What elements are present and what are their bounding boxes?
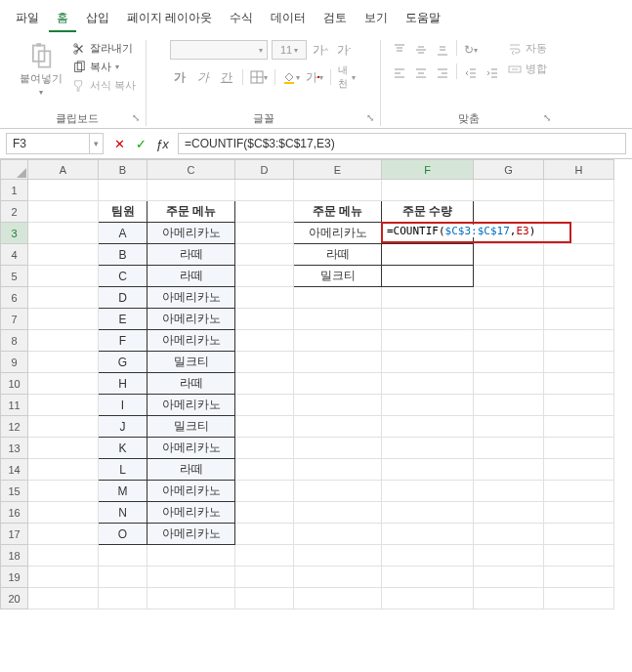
row-header-20[interactable]: 20: [1, 588, 28, 609]
row-header-18[interactable]: 18: [1, 545, 28, 567]
menu-view[interactable]: 보기: [357, 6, 396, 32]
cut-button[interactable]: 잘라내기: [70, 40, 138, 57]
col-header-C[interactable]: C: [147, 160, 235, 180]
underline-button[interactable]: 간: [217, 67, 236, 87]
row-header-17[interactable]: 17: [1, 524, 28, 545]
cell-C16[interactable]: 아메리카노: [147, 502, 235, 524]
bold-button[interactable]: 가: [170, 67, 190, 87]
cell-C8[interactable]: 아메리카노: [147, 330, 235, 352]
cell-C11[interactable]: 아메리카노: [147, 395, 235, 416]
cell-B10[interactable]: H: [99, 373, 147, 395]
row-header-16[interactable]: 16: [1, 502, 28, 524]
menu-home[interactable]: 홈: [49, 6, 76, 32]
align-left-button[interactable]: [390, 63, 409, 83]
col-header-G[interactable]: G: [474, 160, 544, 180]
row-header-3[interactable]: 3: [1, 223, 28, 244]
formula-enter-button[interactable]: ✓: [131, 134, 150, 153]
border-button[interactable]: ▾: [249, 67, 269, 87]
font-dialog-launcher[interactable]: ⤡: [366, 112, 378, 124]
row-header-11[interactable]: 11: [1, 395, 28, 416]
col-header-E[interactable]: E: [294, 160, 382, 180]
formula-cancel-button[interactable]: ✕: [109, 134, 129, 153]
cell-E3[interactable]: 아메리카노: [294, 223, 382, 244]
paste-button[interactable]: 붙여넣기 ▾: [16, 40, 66, 99]
row-header-4[interactable]: 4: [1, 244, 28, 266]
cell-F5[interactable]: [382, 266, 474, 287]
row-header-14[interactable]: 14: [1, 459, 28, 481]
row-header-5[interactable]: 5: [1, 266, 28, 287]
select-all-corner[interactable]: [1, 160, 28, 180]
name-box[interactable]: F3: [6, 133, 90, 154]
font-name-combo[interactable]: ▾: [170, 40, 268, 60]
cell-C12[interactable]: 밀크티: [147, 416, 235, 438]
merge-button[interactable]: 병합: [506, 61, 549, 77]
row-header-12[interactable]: 12: [1, 416, 28, 438]
cell-C17[interactable]: 아메리카노: [147, 524, 235, 545]
menu-page-layout[interactable]: 페이지 레이아웃: [119, 6, 220, 32]
align-dialog-launcher[interactable]: ⤡: [543, 112, 555, 124]
menu-review[interactable]: 검토: [316, 6, 355, 32]
cell-C3[interactable]: 아메리카노: [147, 223, 235, 244]
decrease-font-button[interactable]: 가ˇ: [334, 40, 354, 60]
cell-C9[interactable]: 밀크티: [147, 352, 235, 373]
cell-C4[interactable]: 라떼: [147, 244, 235, 266]
align-bottom-button[interactable]: [433, 40, 452, 60]
cell-B16[interactable]: N: [99, 502, 147, 524]
cell-B6[interactable]: D: [99, 287, 147, 309]
align-right-button[interactable]: [433, 63, 452, 83]
copy-button[interactable]: 복사 ▾: [70, 59, 138, 75]
cell-B8[interactable]: F: [99, 330, 147, 352]
row-header-1[interactable]: 1: [1, 180, 28, 201]
cell-F4[interactable]: [382, 244, 474, 266]
row-header-6[interactable]: 6: [1, 287, 28, 309]
row-header-9[interactable]: 9: [1, 352, 28, 373]
cell-B12[interactable]: J: [99, 416, 147, 438]
cell-B11[interactable]: I: [99, 395, 147, 416]
cell-C10[interactable]: 라떼: [147, 373, 235, 395]
cell-C15[interactable]: 아메리카노: [147, 481, 235, 502]
phonetic-button[interactable]: 내천▾: [337, 67, 357, 87]
menu-help[interactable]: 도움말: [398, 6, 448, 32]
col-header-D[interactable]: D: [235, 160, 294, 180]
cell-B7[interactable]: E: [99, 309, 147, 330]
row-header-13[interactable]: 13: [1, 438, 28, 459]
align-middle-button[interactable]: [411, 40, 431, 60]
cell-B15[interactable]: M: [99, 481, 147, 502]
row-header-10[interactable]: 10: [1, 373, 28, 395]
decrease-indent-button[interactable]: [461, 63, 481, 83]
row-header-2[interactable]: 2: [1, 201, 28, 223]
font-color-button[interactable]: 가▾: [305, 67, 324, 87]
clipboard-dialog-launcher[interactable]: ⤡: [132, 112, 144, 124]
align-center-button[interactable]: [411, 63, 431, 83]
cell-B17[interactable]: O: [99, 524, 147, 545]
menu-insert[interactable]: 삽입: [78, 6, 117, 32]
cell-B9[interactable]: G: [99, 352, 147, 373]
fill-color-button[interactable]: ▾: [281, 67, 301, 87]
menu-formulas[interactable]: 수식: [222, 6, 261, 32]
increase-font-button[interactable]: 가^: [311, 40, 330, 60]
cell-E2[interactable]: 주문 메뉴: [294, 201, 382, 223]
italic-button[interactable]: 가: [193, 67, 213, 87]
cell-E4[interactable]: 라떼: [294, 244, 382, 266]
cell-C6[interactable]: 아메리카노: [147, 287, 235, 309]
row-header-19[interactable]: 19: [1, 567, 28, 588]
cell-B3[interactable]: A: [99, 223, 147, 244]
increase-indent-button[interactable]: [483, 63, 502, 83]
wrap-text-button[interactable]: 자동: [506, 40, 549, 57]
cell-C5[interactable]: 라떼: [147, 266, 235, 287]
name-box-dropdown[interactable]: ▾: [90, 133, 104, 154]
cell-C2[interactable]: 주문 메뉴: [147, 201, 235, 223]
cell-E5[interactable]: 밀크티: [294, 266, 382, 287]
row-header-8[interactable]: 8: [1, 330, 28, 352]
cell-B13[interactable]: K: [99, 438, 147, 459]
orientation-button[interactable]: ↻▾: [461, 40, 481, 60]
menu-data[interactable]: 데이터: [263, 6, 314, 32]
formula-bar[interactable]: =COUNTIF($C$3:$C$17,E3): [178, 133, 626, 154]
align-top-button[interactable]: [390, 40, 409, 60]
insert-function-button[interactable]: ƒx: [152, 134, 172, 153]
menu-file[interactable]: 파일: [8, 6, 47, 32]
col-header-F[interactable]: F: [382, 160, 474, 180]
format-painter-button[interactable]: 서식 복사: [70, 77, 138, 94]
cell-F2[interactable]: 주문 수량: [382, 201, 474, 223]
cell-C14[interactable]: 라떼: [147, 459, 235, 481]
